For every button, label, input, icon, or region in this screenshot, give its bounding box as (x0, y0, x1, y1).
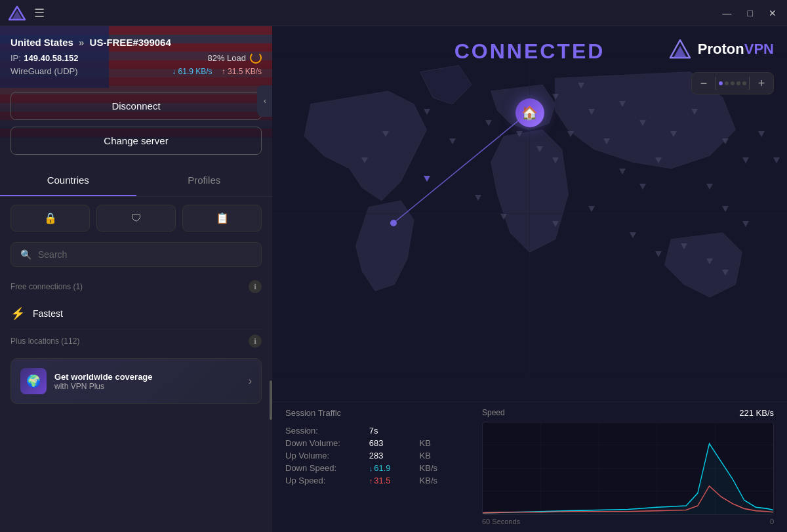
proton-text: Proton (698, 41, 744, 57)
map-marker-22 (681, 243, 687, 249)
hamburger-icon[interactable]: ☰ (34, 6, 45, 20)
speed-chart-svg (483, 422, 773, 514)
filter-secure-btn[interactable]: 🔒 (10, 205, 90, 232)
map-marker-32 (706, 184, 713, 190)
map-marker-9 (588, 109, 595, 115)
plus-promo-banner[interactable]: 🌍 Get worldwide coverage with VPN Plus › (10, 358, 262, 404)
load-label: 82% Load (207, 53, 246, 63)
down-volume-unit: KB (420, 438, 456, 448)
plus-locations-header: Plus locations (112) ℹ (10, 329, 262, 353)
plus-locations-info-btn[interactable]: ℹ (249, 335, 262, 348)
zoom-track (716, 81, 749, 85)
tab-profiles[interactable]: Profiles (136, 165, 273, 196)
plus-promo-text: Get worldwide coverage with VPN Plus (54, 372, 241, 391)
map-marker-17 (500, 214, 507, 220)
globe-icon: 🌍 (26, 374, 41, 388)
protocol-row: WireGuard (UDP) ↓ 61.9 KB/s ↑ 31.5 KB/s (10, 66, 262, 76)
map-marker-1 (382, 131, 389, 137)
connection-info: United States » US-FREE#399064 IP: 149.4… (0, 26, 272, 84)
down-volume-value: 683 (369, 438, 409, 448)
proton-triangle-icon (8, 4, 26, 22)
chart-footer: 60 Seconds 0 (482, 518, 774, 525)
action-buttons: Disconnect Change server (0, 84, 272, 163)
home-icon: 🏠 (521, 105, 538, 121)
maximize-button[interactable]: □ (745, 5, 756, 21)
minimize-button[interactable]: — (720, 5, 735, 21)
session-traffic-title: Session Traffic (285, 408, 456, 418)
svg-marker-16 (483, 443, 773, 514)
map-marker-26 (552, 94, 559, 100)
server-name: United States » US-FREE#399064 (10, 37, 262, 48)
speed-chart-container: Speed 221 KB/s (482, 408, 774, 525)
speed-down: ↓ 61.9 KB/s (172, 67, 212, 76)
free-connections-info-btn[interactable]: ℹ (249, 280, 262, 293)
zoom-dot-4 (737, 81, 740, 85)
map-marker-16 (475, 195, 481, 201)
zoom-dot-3 (731, 81, 735, 85)
map-marker-4 (485, 120, 492, 126)
fastest-server-item[interactable]: ⚡ Fastest (10, 298, 262, 329)
zoom-in-button[interactable]: + (750, 73, 773, 94)
right-panel: CONNECTED 🏠 ProtonVPN − (272, 26, 787, 532)
connected-text: CONNECTED (454, 39, 605, 64)
map-area: CONNECTED 🏠 ProtonVPN − (272, 26, 787, 401)
disconnect-button[interactable]: Disconnect (10, 92, 262, 120)
collapse-panel-button[interactable]: ‹ (257, 85, 272, 117)
map-marker-28 (619, 101, 626, 107)
map-marker-36 (773, 157, 780, 163)
map-marker-25 (424, 176, 430, 182)
protonvpn-brand-text: ProtonVPN (698, 41, 774, 58)
up-volume-label: Up Volume: (285, 451, 359, 460)
map-marker-6 (536, 146, 543, 152)
map-marker-12 (639, 184, 646, 190)
connected-badge: CONNECTED (454, 39, 605, 64)
filter-shield-btn[interactable]: 🛡 (96, 205, 176, 232)
map-marker-33 (722, 206, 729, 212)
plus-promo-sub: with VPN Plus (54, 382, 241, 391)
plus-promo-icon: 🌍 (20, 368, 47, 394)
down-speed-value: ↓61.9 (369, 463, 409, 473)
close-button[interactable]: ✕ (766, 5, 779, 21)
chart-zero-label: 0 (770, 518, 774, 525)
stats-panel: Session Traffic Session: 7s Down Volume:… (272, 401, 787, 532)
title-bar-controls: — □ ✕ (720, 5, 779, 21)
protocol-label: WireGuard (UDP) (10, 66, 78, 76)
map-marker-35 (758, 131, 765, 137)
speed-up: ↑ 31.5 KB/s (222, 67, 262, 76)
filter-row: 🔒 🛡 📋 (0, 197, 272, 239)
map-marker-7 (552, 157, 559, 163)
zoom-dot-1 (719, 81, 723, 85)
plus-locations-label: Plus locations (112) (10, 337, 79, 346)
speed-max: 221 KB/s (739, 408, 774, 418)
edit-icon: 📋 (216, 212, 229, 224)
map-marker-11 (619, 169, 626, 174)
search-icon: 🔍 (20, 249, 31, 260)
tab-countries[interactable]: Countries (0, 165, 136, 196)
title-bar: ☰ — □ ✕ (0, 0, 787, 26)
map-marker-2 (424, 109, 430, 115)
server-list: Free connections (1) ℹ ⚡ Fastest Plus lo… (0, 275, 272, 532)
map-marker-24 (722, 270, 729, 276)
speed-info: ↓ 61.9 KB/s ↑ 31.5 KB/s (172, 67, 262, 76)
change-server-button[interactable]: Change server (10, 127, 262, 155)
filter-edit-btn[interactable]: 📋 (182, 205, 262, 232)
lightning-icon: ⚡ (10, 306, 25, 321)
up-volume-value: 283 (369, 451, 409, 460)
map-marker-15 (691, 109, 698, 115)
tabs-row: Countries Profiles (0, 165, 272, 197)
ip-value: 149.40.58.152 (24, 53, 78, 63)
server-details-row: IP: 149.40.58.152 82% Load (10, 52, 262, 64)
zoom-out-button[interactable]: − (692, 73, 716, 94)
speed-label: Speed (482, 408, 505, 418)
up-speed-unit: KB/s (420, 476, 456, 485)
main-layout: United States » US-FREE#399064 IP: 149.4… (0, 26, 787, 532)
up-speed-label: Up Speed: (285, 476, 359, 485)
lock-icon: 🔒 (44, 212, 57, 224)
map-marker-27 (578, 83, 584, 89)
map-marker-13 (655, 157, 662, 163)
search-box: 🔍 (10, 242, 262, 267)
search-container: 🔍 (0, 239, 272, 275)
load-badge: 82% Load (207, 52, 262, 64)
free-connections-header: Free connections (1) ℹ (10, 275, 262, 298)
search-input[interactable] (38, 249, 252, 260)
